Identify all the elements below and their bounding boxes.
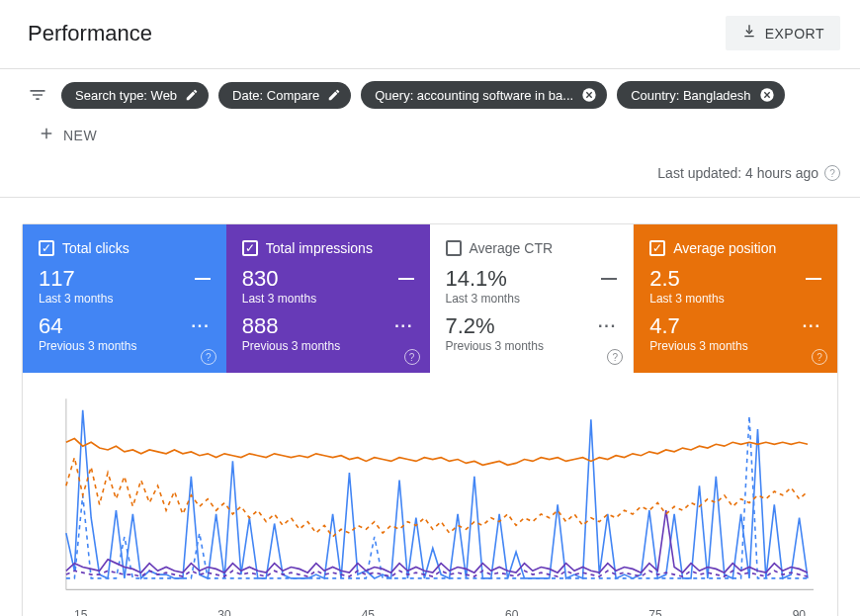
help-icon[interactable]: ? [607,349,623,365]
chip-country[interactable]: Country: Bangladesh [617,81,784,109]
chip-date[interactable]: Date: Compare [218,82,351,109]
metric-total_impressions[interactable]: Total impressions830Last 3 months888···P… [226,224,430,373]
new-filter-button[interactable]: NEW [28,119,107,151]
line-dashed-icon: ··· [598,322,617,330]
filter-icon[interactable] [28,85,51,105]
close-icon[interactable] [581,87,597,103]
series-clicks_prev3m [66,416,808,578]
metric-title: Average position [673,240,776,256]
chip-search-type[interactable]: Search type: Web [61,82,209,109]
line-dashed-icon: ··· [191,322,210,330]
line-solid-icon [195,278,211,280]
page-title: Performance [28,21,152,46]
pencil-icon [327,88,341,102]
x-tick: 90 [793,608,806,616]
export-label: EXPORT [765,26,824,42]
x-tick: 30 [217,608,230,616]
metric-current-period: Last 3 months [649,292,821,306]
metric-average_position[interactable]: Average position2.5Last 3 months4.7···Pr… [634,224,837,373]
metric-current-value: 830 [242,266,279,292]
help-icon[interactable]: ? [404,349,420,365]
chart-x-axis: 153045607590 [66,602,814,616]
metric-title: Total clicks [62,240,129,256]
metric-previous-period: Previous 3 months [242,339,414,353]
metric-previous-period: Previous 3 months [39,339,211,353]
line-solid-icon [806,278,821,280]
line-solid-icon [398,278,414,280]
help-icon[interactable]: ? [812,349,827,365]
metric-current-period: Last 3 months [242,292,414,306]
metric-average_ctr[interactable]: Average CTR14.1%Last 3 months7.2%···Prev… [430,224,635,373]
metric-current-value: 14.1% [446,266,507,292]
metric-previous-value: 64 [39,313,62,339]
metric-current-value: 2.5 [649,266,680,292]
help-icon[interactable]: ? [201,349,216,365]
metric-checkbox[interactable] [39,240,54,256]
metric-title: Average CTR [470,240,554,256]
metric-title: Total impressions [266,240,373,256]
series-clicks_last3m [66,410,808,578]
metric-previous-period: Previous 3 months [649,339,821,353]
metric-previous-value: 7.2% [446,313,495,339]
metric-current-value: 117 [39,266,75,292]
performance-panel: Total clicks117Last 3 months64···Previou… [22,223,838,616]
metric-checkbox[interactable] [242,240,258,256]
series-position_last3m [66,439,808,466]
chip-query[interactable]: Query: accounting software in ba... [361,81,607,109]
plus-icon [38,125,55,145]
metric-current-period: Last 3 months [39,292,211,306]
help-icon[interactable]: ? [824,165,840,181]
metric-checkbox[interactable] [649,240,665,256]
x-tick: 75 [648,608,661,616]
metric-previous-value: 888 [242,313,279,339]
metric-previous-value: 4.7 [649,313,680,339]
x-tick: 60 [505,608,518,616]
performance-chart [46,395,814,602]
close-icon[interactable] [759,87,775,103]
x-tick: 45 [362,608,375,616]
metric-total_clicks[interactable]: Total clicks117Last 3 months64···Previou… [23,224,226,373]
x-tick: 15 [74,608,87,616]
last-updated-text: Last updated: 4 hours ago [657,165,818,181]
download-icon [741,24,757,43]
line-dashed-icon: ··· [394,322,413,330]
export-button[interactable]: EXPORT [726,16,840,50]
line-dashed-icon: ··· [803,322,821,330]
line-solid-icon [601,278,617,280]
pencil-icon [185,88,199,102]
metric-current-period: Last 3 months [446,292,618,306]
metric-previous-period: Previous 3 months [446,339,618,353]
metric-checkbox[interactable] [446,240,462,256]
